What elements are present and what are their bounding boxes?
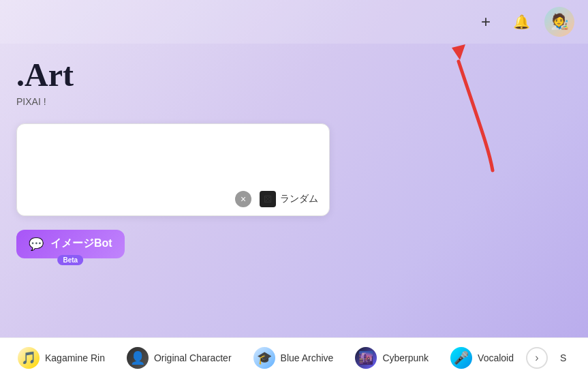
image-bot-button[interactable]: 💬 イメージBot Beta (16, 230, 125, 258)
tag-original-character[interactable]: 👤 Original Character (117, 342, 241, 374)
tag-avatar-vocaloid: 🎤 (450, 347, 472, 369)
dice-icon: ⚄ (260, 191, 276, 207)
random-label: ランダム (280, 193, 318, 205)
tag-partial[interactable]: S (551, 347, 576, 369)
tag-label-blue-archive: Blue Archive (281, 352, 334, 363)
tag-avatar-cyberpunk: 🌆 (355, 347, 377, 369)
tag-avatar-kagamine: 🎵 (18, 347, 40, 369)
main-content: .Art PIXAI ! × ⚄ ランダム 💬 イメージBot Beta (0, 44, 588, 377)
tag-label-partial: S (560, 352, 566, 363)
search-input[interactable] (28, 135, 318, 183)
logo: .Art (16, 57, 572, 93)
tags-bar: 🎵 Kagamine Rin 👤 Original Character 🎓 Bl… (0, 337, 588, 377)
tag-avatar-original: 👤 (127, 347, 149, 369)
search-actions: × ⚄ ランダム (28, 191, 318, 207)
search-container: × ⚄ ランダム (16, 123, 330, 216)
tag-label-vocaloid: Vocaloid (478, 352, 514, 363)
avatar-image: 🧑‍🎨 (544, 7, 574, 37)
beta-badge: Beta (57, 255, 83, 265)
tag-blue-archive[interactable]: 🎓 Blue Archive (244, 342, 343, 374)
random-button[interactable]: ⚄ ランダム (260, 191, 318, 207)
header-actions: + 🔔 🧑‍🎨 (474, 7, 574, 37)
header: + 🔔 🧑‍🎨 (0, 0, 588, 44)
tagline: PIXAI ! (16, 96, 572, 107)
clear-button[interactable]: × (235, 191, 251, 207)
image-bot-label: イメージBot (50, 237, 112, 251)
tag-vocaloid[interactable]: 🎤 Vocaloid (441, 342, 523, 374)
tag-label-cyberpunk: Cyberpunk (382, 352, 429, 363)
more-tags-button[interactable]: › (526, 347, 548, 369)
avatar[interactable]: 🧑‍🎨 (544, 7, 574, 37)
tag-avatar-blue-archive: 🎓 (253, 347, 275, 369)
tag-kagamine-rin[interactable]: 🎵 Kagamine Rin (8, 342, 114, 374)
tag-label-original: Original Character (154, 352, 232, 363)
create-button[interactable]: + (474, 10, 498, 34)
tag-cyberpunk[interactable]: 🌆 Cyberpunk (345, 342, 438, 374)
tag-label-kagamine: Kagamine Rin (45, 352, 105, 363)
notifications-button[interactable]: 🔔 (509, 10, 533, 34)
chat-icon: 💬 (29, 237, 44, 252)
